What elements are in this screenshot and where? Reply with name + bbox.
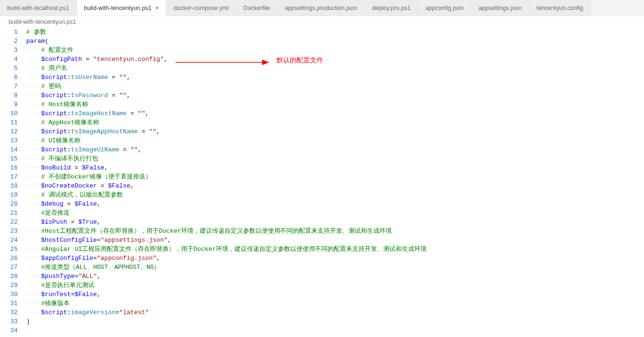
- code-token: $runTest: [41, 291, 71, 298]
- code-line[interactable]: ····$configPath = "tencentyun.config",: [26, 55, 644, 64]
- line-number: 14: [0, 145, 18, 154]
- code-line[interactable]: ····# 用户名: [26, 64, 644, 73]
- tab-8[interactable]: tencentyun.config: [529, 0, 591, 16]
- code-line[interactable]: ····$isPush = $True,: [26, 218, 644, 227]
- code-token: :: [67, 309, 71, 316]
- tab-7[interactable]: appsettings.json: [471, 0, 529, 16]
- code-token: # 不创建Docker镜像（便于直接推送）: [41, 173, 151, 180]
- line-number: 24: [0, 236, 18, 245]
- line-number: 21: [0, 208, 18, 218]
- annotation-arrow: [175, 58, 276, 67]
- code-line[interactable]: ····#Host工程配置文件（存在即替换），用于Docker环境，建议传递自定…: [26, 227, 644, 236]
- code-line[interactable]: ····#镜像版本: [26, 299, 644, 308]
- code-line[interactable]: ····$hostConfigFile="appsettings.json",: [26, 236, 644, 245]
- code-line[interactable]: ····$noCreateDocker = $False,: [26, 181, 644, 190]
- code-token: "": [119, 74, 127, 81]
- code-line[interactable]: ····$pushType="ALL",: [26, 272, 644, 281]
- code-token: :: [67, 110, 71, 117]
- code-token: $False: [82, 164, 104, 171]
- code-line[interactable]: ····$appConfigFile="appconfig.json",: [26, 254, 644, 263]
- code-token: $script: [41, 92, 67, 99]
- code-token: #Host工程配置文件（存在即替换），用于Docker环境，建议传递自定义参数以…: [41, 228, 392, 235]
- code-token: =: [108, 92, 119, 99]
- code-token: :: [67, 92, 71, 99]
- code-token: ,: [97, 200, 101, 208]
- code-token: #镜像版本: [41, 300, 70, 307]
- code-token: tsImageHostName: [71, 110, 127, 117]
- code-line[interactable]: ): [26, 317, 644, 326]
- code-line[interactable]: ····# 不编译不执行打包: [26, 154, 644, 163]
- tab-label: appsettings.json: [479, 5, 521, 11]
- code-line[interactable]: ····#是否推送: [26, 208, 644, 218]
- code-line[interactable]: ····# 密码: [26, 82, 644, 91]
- code-token: "": [119, 92, 127, 99]
- code-line[interactable]: ····#Angular UI工程应用配置文件（存在即替换），用于Docker环…: [26, 245, 644, 254]
- line-number: 7: [0, 82, 18, 91]
- code-line[interactable]: ····$script:tsImageAppHostName = "",: [26, 127, 644, 136]
- code-token: ,: [156, 255, 160, 262]
- code-token: param: [26, 38, 45, 45]
- code-area[interactable]: # 参数param(····# 配置文件····$configPath = "t…: [26, 27, 644, 336]
- tab-0[interactable]: build-with-localhost.ps1: [0, 0, 77, 16]
- code-line[interactable]: [26, 326, 644, 335]
- code-line[interactable]: ····$script:tsImageHostName = "",: [26, 109, 644, 118]
- code-token: #是否执行单元测试: [41, 282, 94, 289]
- code-line[interactable]: ····# AppHost镜像名称: [26, 118, 644, 127]
- indent-guide: ····: [26, 74, 41, 81]
- code-token: tsImageUiName: [71, 146, 119, 153]
- tab-5[interactable]: deploy.pro.ps1: [365, 0, 418, 16]
- code-token: ,: [104, 164, 108, 171]
- code-line[interactable]: ····#是否执行单元测试: [26, 281, 644, 290]
- line-number: 2: [0, 37, 18, 46]
- code-token: tsPassword: [71, 92, 108, 99]
- code-line[interactable]: ····# 不创建Docker镜像（便于直接推送）: [26, 172, 644, 181]
- code-line[interactable]: ····$debug = $False,: [26, 199, 644, 208]
- close-icon[interactable]: ×: [155, 4, 159, 11]
- code-token: tsUserName: [71, 74, 108, 81]
- tab-1[interactable]: build-with-tencentyun.ps1×: [77, 0, 166, 16]
- code-token: # UI镜像名称: [41, 137, 81, 144]
- tab-label: tencentyun.config: [536, 5, 583, 11]
- code-token: =: [108, 74, 119, 81]
- code-line[interactable]: ····# UI镜像名称: [26, 136, 644, 145]
- code-line[interactable]: ····$script:tsUserName = "",: [26, 73, 644, 82]
- code-token: "": [149, 128, 156, 135]
- tab-6[interactable]: appconfig.json: [418, 0, 471, 16]
- code-token: # 调试模式，以输出配置参数: [41, 191, 123, 198]
- code-token: ,: [97, 291, 101, 298]
- line-number: 25: [0, 245, 18, 254]
- line-number: 33: [0, 317, 18, 326]
- line-number: 26: [0, 254, 18, 263]
- line-number: 30: [0, 290, 18, 299]
- code-line[interactable]: ····$script:imageVersion="latest": [26, 308, 644, 317]
- code-token: $appConfigFile: [41, 255, 93, 262]
- tab-2[interactable]: docker-compose.yml: [166, 0, 236, 16]
- code-token: $script: [41, 146, 67, 153]
- code-line[interactable]: ····# 调试模式，以输出配置参数: [26, 190, 644, 199]
- code-line[interactable]: ····# Host镜像名称: [26, 100, 644, 109]
- code-line[interactable]: ····# 配置文件: [26, 46, 644, 55]
- line-number: 4: [0, 55, 18, 64]
- tab-label: build-with-tencentyun.ps1: [84, 5, 152, 11]
- line-number: 10: [0, 109, 18, 118]
- code-token: "tencentyun.config": [93, 56, 164, 63]
- code-line[interactable]: ····$script:tsImageUiName = "",: [26, 145, 644, 154]
- code-token: =: [115, 309, 119, 316]
- indent-guide: ····: [26, 218, 41, 226]
- code-token: =: [71, 164, 82, 171]
- code-line[interactable]: # 参数: [26, 28, 644, 37]
- editor[interactable]: 1234567891011121314151617181920212223242…: [0, 27, 644, 336]
- tab-4[interactable]: appsettings.production.json: [277, 0, 365, 16]
- code-line[interactable]: ····$script:tsPassword = "",: [26, 91, 644, 100]
- code-line[interactable]: ····$noBuild = $False,: [26, 163, 644, 172]
- code-token: $isPush: [41, 218, 67, 226]
- code-line[interactable]: ····$runTest=$False,: [26, 290, 644, 299]
- code-token: ,: [127, 92, 131, 99]
- breadcrumb: build-with-tencentyun.ps1: [0, 16, 644, 27]
- code-token: # 配置文件: [41, 47, 73, 54]
- code-line[interactable]: ····#推送类型（ALL、HOST、APPHOST、NG）: [26, 263, 644, 272]
- indent-guide: ····: [26, 128, 41, 135]
- code-token: # 不编译不执行打包: [41, 155, 98, 162]
- code-line[interactable]: param(: [26, 37, 644, 46]
- tab-3[interactable]: Dockerfile: [236, 0, 278, 16]
